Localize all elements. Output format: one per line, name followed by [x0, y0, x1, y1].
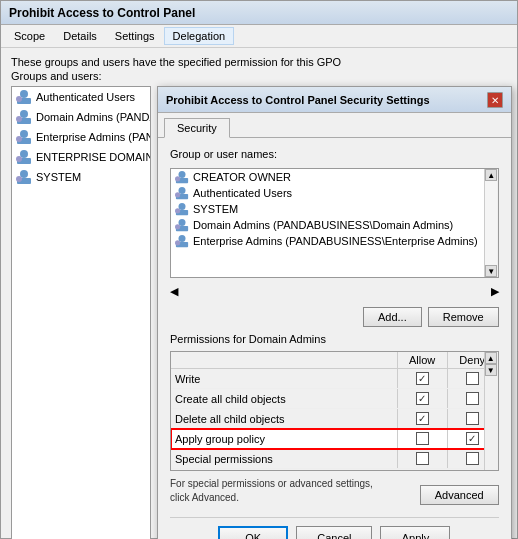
svg-point-19	[179, 187, 186, 194]
names-list-content: CREATOR OWNER Authenticated Users	[171, 169, 498, 249]
left-item-1[interactable]: Domain Admins (PANDA...	[12, 107, 150, 127]
remove-button[interactable]: Remove	[428, 307, 499, 327]
deny-checkbox-1[interactable]	[466, 392, 479, 405]
deny-checkbox-0[interactable]	[466, 372, 479, 385]
names-item-4[interactable]: Enterprise Admins (PANDABUSINESS\Enterpr…	[171, 233, 482, 249]
svg-point-23	[175, 208, 180, 213]
user-icon-1	[16, 109, 32, 125]
names-list: CREATOR OWNER Authenticated Users	[170, 168, 499, 278]
menu-bar: Scope Details Settings Delegation	[1, 25, 517, 48]
left-item-4[interactable]: SYSTEM	[12, 167, 150, 187]
allow-checkbox-1[interactable]	[416, 392, 429, 405]
main-area: Authenticated Users Domain Admins (PANDA…	[11, 86, 507, 539]
user-icon-0	[16, 89, 32, 105]
perm-allow-4[interactable]	[398, 449, 448, 468]
perm-row-0: Write	[171, 369, 498, 389]
add-button[interactable]: Add...	[363, 307, 422, 327]
groups-label: Groups and users:	[11, 70, 507, 82]
scroll-down-btn[interactable]: ▼	[485, 265, 497, 277]
scroll-up-btn[interactable]: ▲	[485, 169, 497, 181]
svg-point-14	[16, 176, 22, 182]
left-item-2[interactable]: Enterprise Admins (PAN...	[12, 127, 150, 147]
allow-checkbox-4[interactable]	[416, 452, 429, 465]
modal-titlebar: Prohibit Access to Control Panel Securit…	[158, 87, 511, 113]
perm-allow-2[interactable]	[398, 409, 448, 428]
advanced-button[interactable]: Advanced	[420, 485, 499, 505]
svg-point-25	[179, 219, 186, 226]
perm-allow-1[interactable]	[398, 389, 448, 408]
menu-delegation[interactable]: Delegation	[164, 27, 235, 45]
tab-security[interactable]: Security	[164, 118, 230, 138]
svg-point-7	[20, 130, 28, 138]
names-item-0[interactable]: CREATOR OWNER	[171, 169, 482, 185]
left-item-label-4: SYSTEM	[36, 171, 81, 183]
user-icon-3	[16, 149, 32, 165]
perm-scrollbar: ▲ ▼	[484, 352, 498, 470]
apply-button[interactable]: Apply	[380, 526, 450, 539]
perm-name-4: Special permissions	[171, 449, 398, 468]
modal-tabs: Security	[158, 113, 511, 138]
perm-header: Allow Deny	[171, 352, 498, 369]
outer-content: These groups and users have the specifie…	[1, 48, 517, 539]
menu-settings[interactable]: Settings	[106, 27, 164, 45]
names-item-label-1: Authenticated Users	[193, 187, 292, 199]
names-item-label-4: Enterprise Admins (PANDABUSINESS\Enterpr…	[193, 235, 478, 247]
ok-button[interactable]: OK	[218, 526, 288, 539]
svg-point-29	[175, 240, 180, 245]
group-icon-2	[175, 202, 189, 216]
allow-checkbox-2[interactable]	[416, 412, 429, 425]
svg-point-2	[16, 96, 22, 102]
perm-allow-0[interactable]	[398, 369, 448, 388]
deny-checkbox-4[interactable]	[466, 452, 479, 465]
allow-checkbox-0[interactable]	[416, 372, 429, 385]
group-icon-0	[175, 170, 189, 184]
left-item-0[interactable]: Authenticated Users	[12, 87, 150, 107]
outer-titlebar: Prohibit Access to Control Panel	[1, 1, 517, 25]
svg-point-17	[175, 176, 180, 181]
deny-checkbox-3[interactable]	[466, 432, 479, 445]
scroll-track	[485, 181, 497, 265]
menu-details[interactable]: Details	[54, 27, 106, 45]
left-arrow-icon[interactable]: ◀	[170, 285, 178, 298]
add-remove-row: Add... Remove	[170, 307, 499, 327]
modal-body: Group or user names: C	[158, 138, 511, 539]
svg-point-16	[179, 171, 186, 178]
allow-checkbox-3[interactable]	[416, 432, 429, 445]
left-item-label-0: Authenticated Users	[36, 91, 135, 103]
names-scrollbar: ▲ ▼	[484, 169, 498, 277]
deny-checkbox-2[interactable]	[466, 412, 479, 425]
svg-point-20	[175, 192, 180, 197]
perm-row-4: Special permissions	[171, 449, 498, 469]
names-item-2[interactable]: SYSTEM	[171, 201, 482, 217]
svg-point-11	[16, 156, 22, 162]
left-panel: Authenticated Users Domain Admins (PANDA…	[11, 86, 151, 539]
svg-point-5	[16, 116, 22, 122]
perm-allow-3[interactable]	[398, 429, 448, 448]
svg-point-22	[179, 203, 186, 210]
svg-point-10	[20, 150, 28, 158]
perm-scroll-up[interactable]: ▲	[485, 352, 497, 364]
modal-dialog: Prohibit Access to Control Panel Securit…	[157, 86, 512, 539]
group-icon-3	[175, 218, 189, 232]
user-icon-4	[16, 169, 32, 185]
list-nav-row: ◀ ▶	[170, 284, 499, 299]
left-item-3[interactable]: ENTERPRISE DOMAIN ...	[12, 147, 150, 167]
right-arrow-icon[interactable]: ▶	[491, 285, 499, 298]
perm-name-3: Apply group policy	[171, 429, 398, 448]
perm-name-2: Delete all child objects	[171, 409, 398, 428]
svg-point-13	[20, 170, 28, 178]
svg-point-28	[179, 235, 186, 242]
group-icon-1	[175, 186, 189, 200]
modal-close-button[interactable]: ✕	[487, 92, 503, 108]
names-item-1[interactable]: Authenticated Users	[171, 185, 482, 201]
menu-scope[interactable]: Scope	[5, 27, 54, 45]
perm-row-3: Apply group policy	[171, 429, 498, 449]
svg-point-26	[175, 224, 180, 229]
names-item-label-0: CREATOR OWNER	[193, 171, 291, 183]
perm-scroll-down[interactable]: ▼	[485, 364, 497, 376]
description-text: These groups and users have the specifie…	[11, 56, 507, 68]
cancel-button[interactable]: Cancel	[296, 526, 372, 539]
names-item-3[interactable]: Domain Admins (PANDABUSINESS\Domain Admi…	[171, 217, 482, 233]
outer-title: Prohibit Access to Control Panel	[9, 6, 195, 20]
svg-point-4	[20, 110, 28, 118]
